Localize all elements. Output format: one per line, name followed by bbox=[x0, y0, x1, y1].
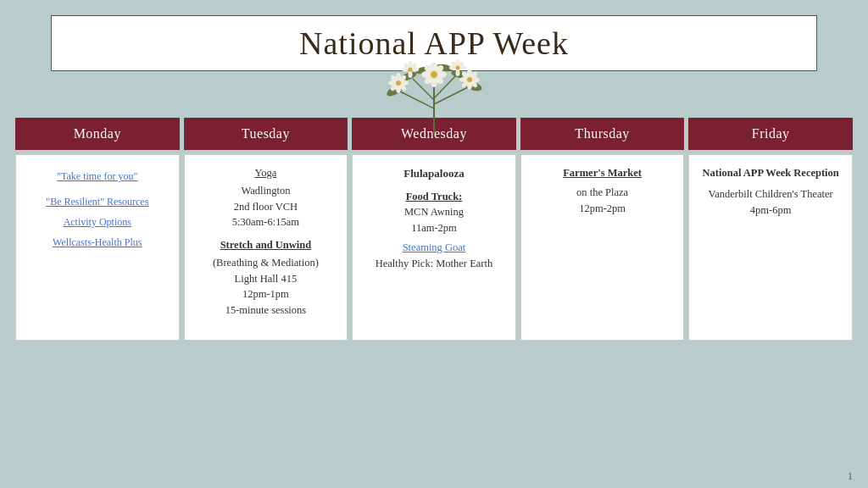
svg-point-38 bbox=[467, 77, 472, 82]
svg-line-3 bbox=[413, 79, 434, 100]
yoga-line-2: 2nd floor VCH bbox=[193, 199, 339, 215]
svg-point-18 bbox=[423, 74, 435, 86]
page-number: 1 bbox=[848, 470, 853, 483]
svg-point-20 bbox=[431, 71, 437, 78]
stretch-line-1: (Breathing & Mediation) bbox=[193, 255, 339, 271]
stretch-line-2: Light Hall 415 bbox=[193, 271, 339, 287]
farmers-market-title: Farmer's Market bbox=[530, 165, 676, 181]
title-section: National APP Week bbox=[0, 0, 868, 71]
wednesday-card: Flulapalooza Food Truck: MCN Awning 11am… bbox=[352, 154, 516, 341]
svg-point-23 bbox=[388, 80, 397, 86]
svg-point-29 bbox=[396, 80, 401, 86]
svg-point-19 bbox=[433, 74, 445, 86]
food-truck-label: Food Truck: bbox=[361, 189, 507, 205]
svg-point-31 bbox=[467, 81, 472, 90]
wednesday-header: Wednesday bbox=[352, 118, 516, 150]
day-headers: Monday Tuesday Wednesday Thursday Friday bbox=[15, 118, 853, 150]
monday-link-2[interactable]: "Be Resilient" Resources bbox=[25, 194, 170, 209]
tuesday-card: Yoga Wadlington 2nd floor VCH 5:30am-6:1… bbox=[184, 154, 348, 341]
monday-header: Monday bbox=[15, 118, 180, 150]
svg-point-6 bbox=[461, 78, 483, 93]
friday-line-2: 4pm-6pm bbox=[698, 202, 843, 219]
thursday-header: Thursday bbox=[520, 118, 685, 150]
svg-point-27 bbox=[389, 82, 398, 92]
svg-point-14 bbox=[421, 71, 431, 78]
friday-card: National APP Week Reception Vanderbilt C… bbox=[688, 154, 853, 341]
svg-point-32 bbox=[459, 77, 468, 82]
svg-point-24 bbox=[400, 80, 409, 86]
svg-point-37 bbox=[469, 79, 478, 88]
svg-point-22 bbox=[396, 85, 401, 93]
title-box: National APP Week bbox=[51, 15, 817, 71]
svg-point-21 bbox=[396, 73, 401, 81]
svg-point-36 bbox=[460, 79, 470, 88]
page-container: National APP Week bbox=[0, 0, 868, 488]
healthy-pick: Healthy Pick: Mother Earth bbox=[361, 256, 507, 272]
stretch-line-3: 12pm-1pm bbox=[193, 286, 339, 302]
flulapalooza-title: Flulapalooza bbox=[361, 165, 507, 182]
svg-point-34 bbox=[460, 70, 470, 80]
monday-link-1[interactable]: "Take time for you" bbox=[25, 169, 170, 184]
yoga-line-3: 5:30am-6:15am bbox=[193, 214, 339, 230]
steaming-goat-link[interactable]: Steaming Goat bbox=[361, 240, 507, 256]
day-content-row: "Take time for you" "Be Resilient" Resou… bbox=[15, 154, 853, 341]
friday-header: Friday bbox=[688, 118, 853, 150]
stretch-title: Stretch and Unwind bbox=[193, 237, 339, 253]
stretch-line-4: 15-minute sessions bbox=[193, 302, 339, 319]
tuesday-header: Tuesday bbox=[184, 118, 348, 150]
friday-event-title: National APP Week Reception bbox=[698, 165, 843, 181]
svg-point-15 bbox=[437, 71, 447, 78]
svg-point-28 bbox=[398, 82, 407, 92]
svg-point-40 bbox=[409, 71, 413, 78]
farmers-market-line-2: 12pm-2pm bbox=[530, 201, 676, 217]
yoga-title: Yoga bbox=[193, 165, 339, 181]
svg-point-25 bbox=[389, 74, 398, 83]
svg-line-2 bbox=[434, 87, 468, 104]
svg-point-26 bbox=[398, 74, 407, 83]
monday-card: "Take time for you" "Be Resilient" Resou… bbox=[15, 154, 180, 341]
calendar-section: Monday Tuesday Wednesday Thursday Friday… bbox=[0, 118, 868, 341]
svg-point-13 bbox=[431, 77, 437, 87]
page-title: National APP Week bbox=[299, 25, 569, 61]
svg-line-4 bbox=[434, 76, 455, 98]
monday-link-3[interactable]: Activity Options bbox=[25, 214, 170, 230]
svg-point-11 bbox=[430, 70, 438, 79]
thursday-card: Farmer's Market on the Plaza 12pm-2pm bbox=[520, 154, 685, 341]
friday-line-1: Vanderbilt Children's Theater bbox=[698, 186, 843, 202]
svg-point-7 bbox=[399, 70, 418, 82]
svg-point-35 bbox=[469, 70, 478, 80]
monday-link-4[interactable]: Wellcasts-Health Plus bbox=[25, 235, 170, 250]
yoga-line-1: Wadlington bbox=[193, 183, 339, 199]
svg-point-33 bbox=[471, 77, 480, 82]
food-truck-line-2: 11am-2pm bbox=[361, 220, 507, 236]
svg-point-5 bbox=[385, 81, 407, 99]
svg-line-1 bbox=[400, 92, 434, 108]
farmers-market-line-1: on the Plaza bbox=[530, 185, 676, 201]
food-truck-line-1: MCN Awning bbox=[361, 204, 507, 220]
